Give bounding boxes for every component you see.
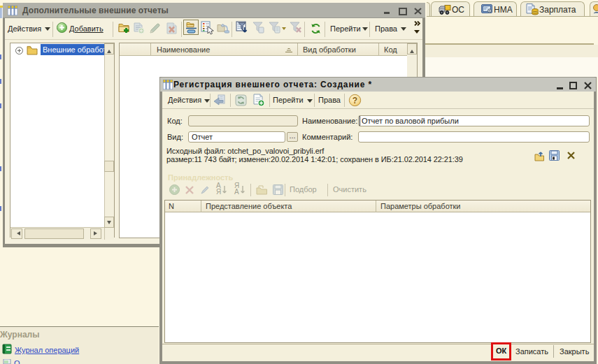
svg-text:?: ? (353, 96, 357, 105)
